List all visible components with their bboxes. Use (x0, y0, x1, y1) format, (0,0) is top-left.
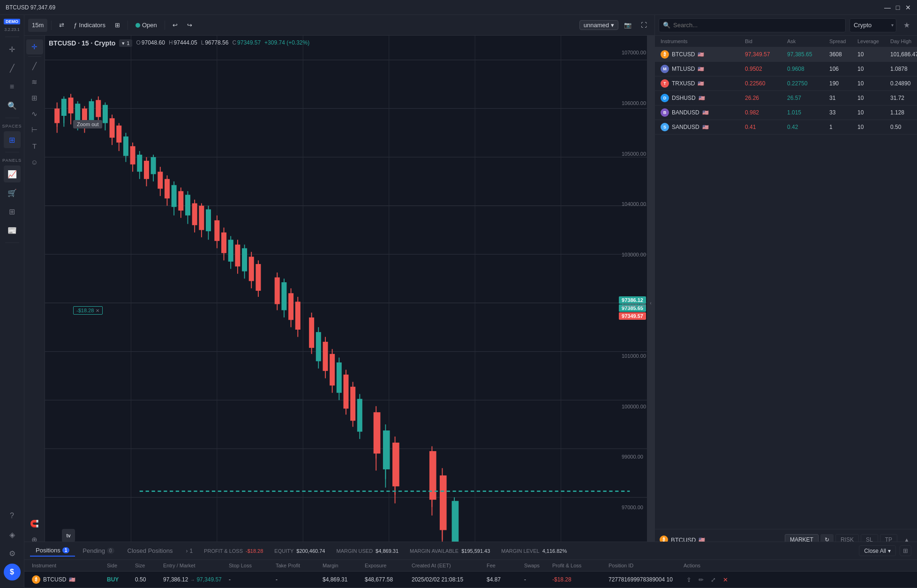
channel-tool[interactable]: ⊞ (26, 90, 43, 106)
expand-position-button[interactable]: ⤢ (708, 574, 718, 585)
session-selector[interactable]: unnamed ▾ (579, 20, 618, 30)
pending-count-badge: 0 (107, 548, 114, 554)
sidebar-icon-settings[interactable]: ⚙ (4, 545, 21, 562)
demo-badge: DEMO (4, 19, 20, 24)
spaces-label: SPACES (2, 124, 22, 128)
table-row[interactable]: M MTLUSD 🇺🇸 0.9502 0.9608 106 10 1.0878 … (655, 62, 917, 76)
order-close-icon[interactable]: ✕ (96, 308, 99, 313)
chart-ohlc-header: BTCUSD · 15 · Crypto ▾ 1 O 97048.60 H (49, 39, 309, 47)
snapshot-button[interactable]: 📷 (620, 19, 635, 32)
timeframe-button[interactable]: 15m (28, 19, 47, 32)
grid-view-button[interactable]: ⊞ (900, 545, 911, 556)
positions-panel: Positions 1 Pending 0 Closed Positions ›… (24, 542, 917, 588)
svg-rect-114 (429, 451, 436, 500)
sidebar-icon-crosshair[interactable]: ✛ (4, 41, 21, 58)
fibonacci-tool[interactable]: ∿ (26, 106, 43, 121)
category-select[interactable]: Crypto Forex Stocks (849, 18, 896, 32)
sidebar-icon-grid[interactable]: ⊞ (4, 203, 21, 220)
left-sidebar: DEMO 3.2.23.1 ✛ ╱ ≡ 🔍 SPACES ⊞ PANELS 📈 … (0, 15, 24, 588)
close-position-button[interactable]: ✕ (720, 574, 730, 585)
measurement-tool[interactable]: ⊢ (26, 122, 43, 137)
svg-rect-59 (185, 195, 190, 215)
indicators-button[interactable]: ƒ Indicators (70, 19, 109, 32)
sidebar-icon-question[interactable]: ? (4, 507, 21, 524)
search-input-wrapper[interactable]: 🔍 (659, 18, 846, 32)
svg-rect-97 (337, 362, 342, 393)
indicators-icon: ƒ (74, 22, 77, 29)
close-button[interactable]: ✕ (905, 4, 911, 11)
trend-line-tool[interactable]: ╱ (26, 59, 43, 74)
sep-3 (165, 21, 165, 30)
svg-rect-99 (343, 375, 348, 409)
equity-value: $200,460.74 (296, 548, 325, 554)
category-select-wrapper[interactable]: Crypto Forex Stocks (849, 18, 896, 32)
emoji-tool[interactable]: ☺ (26, 154, 43, 169)
chart-canvas[interactable]: BTCUSD · 15 · Crypto ▾ 1 O 97048.60 H (45, 36, 647, 570)
search-bar: 🔍 Crypto Forex Stocks ★ (655, 15, 917, 36)
positions-tabs: Positions 1 Pending 0 Closed Positions ›… (24, 542, 917, 560)
layout-button[interactable]: ⊞ (111, 19, 124, 32)
instrument-name-sandusd: S SANDUSD 🇺🇸 (659, 123, 743, 131)
margin-avail-summary: MARGIN AVAILABLE $195,591.43 (410, 548, 490, 554)
sidebar-icon-wifi[interactable]: ◈ (4, 526, 21, 543)
compare-button[interactable]: ⇄ (55, 19, 68, 32)
edit-position-button[interactable]: ✏ (696, 574, 706, 585)
col-spread: Spread (827, 38, 856, 44)
svg-rect-63 (199, 206, 204, 230)
col-ask: Ask (785, 38, 827, 44)
ask-btcusd: 97,385.65 (785, 51, 827, 58)
undo-button[interactable]: ↩ (169, 19, 181, 32)
summary-toggle[interactable]: › 1 (186, 548, 193, 554)
svg-rect-79 (256, 264, 261, 291)
maximize-button[interactable]: □ (894, 4, 901, 11)
redo-button[interactable]: ↪ (183, 19, 196, 32)
watchlist-star-button[interactable]: ★ (900, 19, 913, 32)
chart-body: ✛ ╱ ≋ ⊞ ∿ ⊢ T ☺ 🧲 ⊕ ‹ (24, 36, 654, 588)
open-dot (135, 23, 140, 28)
margin-level-value: 4,116.82% (542, 548, 567, 554)
table-row[interactable]: T TRXUSD 🇺🇸 0.22560 0.22750 190 10 0.248… (655, 76, 917, 91)
closed-positions-tab[interactable]: Closed Positions (122, 545, 179, 556)
sidebar-icon-magnify[interactable]: 🔍 (4, 97, 21, 114)
ohlc-high: H 97444.05 (169, 39, 197, 47)
text-tool[interactable]: T (26, 138, 43, 153)
sidebar-icon-news[interactable]: 📰 (4, 222, 21, 239)
search-input[interactable] (673, 22, 842, 29)
sidebar-icon-cart[interactable]: 🛒 (4, 184, 21, 201)
svg-rect-81 (275, 278, 280, 304)
sidebar-icon-spaces[interactable]: ⊞ (4, 131, 21, 148)
dayhigh-sandusd: 0.50 (888, 124, 917, 130)
crosshair-tool[interactable]: ✛ (26, 39, 43, 54)
positions-tab[interactable]: Positions 1 (30, 545, 75, 557)
close-all-button[interactable]: Close All ▾ (859, 545, 896, 556)
share-position-button[interactable]: ⇪ (684, 574, 694, 585)
dollar-button[interactable]: $ (4, 564, 21, 580)
svg-rect-57 (178, 191, 183, 211)
fullscreen-button[interactable]: ⛶ (637, 19, 651, 32)
sidebar-icon-indicator[interactable]: ≡ (4, 78, 21, 95)
svg-rect-35 (103, 105, 108, 123)
col-leverage: Leverage (856, 38, 888, 44)
title-bar-controls[interactable]: — □ ✕ (884, 4, 911, 11)
coin-icon-sand: S (661, 123, 669, 131)
ohlc-open: O 97048.60 (136, 39, 165, 47)
status-button[interactable]: Open (132, 19, 161, 32)
sidebar-icon-chart[interactable]: 📈 (4, 166, 21, 182)
entry-arrow-icon: → (190, 577, 195, 582)
minimize-button[interactable]: — (884, 4, 891, 11)
magnet-tool[interactable]: 🧲 (26, 516, 43, 531)
draw-sep-1 (28, 56, 41, 57)
table-row[interactable]: ₿ BTCUSD 🇺🇸 97,349.57 97,385.65 3608 10 … (655, 47, 917, 62)
table-row[interactable]: D DSHUSD 🇺🇸 26.26 26.57 31 10 31.72 26.1 (655, 91, 917, 106)
pending-tab[interactable]: Pending 0 (77, 545, 120, 556)
margin-avail-value: $195,591.43 (461, 548, 490, 554)
table-row[interactable]: S SANDUSD 🇺🇸 0.41 0.42 1 10 0.50 0.4 (655, 120, 917, 135)
table-row[interactable]: B BANDUSD 🇺🇸 0.982 1.015 33 10 1.128 0.9… (655, 106, 917, 120)
ask-trxusd: 0.22750 (785, 80, 827, 87)
sidebar-icon-line[interactable]: ╱ (4, 60, 21, 76)
panels-label: PANELS (2, 158, 22, 163)
panel-collapse-button[interactable]: ‹ (647, 36, 654, 570)
bid-mtlusd: 0.9502 (743, 66, 785, 72)
brush-tool[interactable]: ≋ (26, 75, 43, 90)
candlestick-chart (45, 36, 647, 570)
